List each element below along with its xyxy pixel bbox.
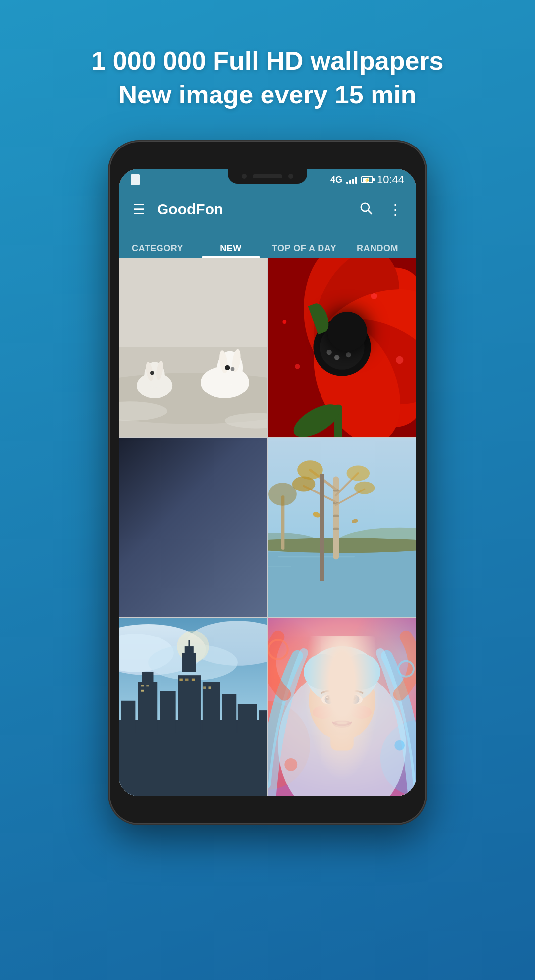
earpiece [253,174,282,178]
phone-notch [228,169,307,184]
tab-random-label: RANDOM [357,244,398,254]
svg-point-144 [350,695,359,704]
svg-point-141 [321,694,337,705]
svg-rect-119 [238,704,257,733]
svg-point-37 [371,293,377,299]
network-indicator: 4G [330,175,342,185]
svg-rect-113 [178,675,201,733]
sim-icon [131,174,140,185]
svg-point-136 [309,661,375,740]
svg-point-14 [225,365,230,370]
svg-point-32 [346,352,351,357]
svg-rect-117 [203,682,220,733]
tab-top-of-a-day-label: TOP OF A DAY [272,244,336,254]
svg-point-140 [342,654,380,689]
svg-rect-80 [278,556,355,557]
svg-rect-41 [119,438,267,617]
search-icon[interactable] [355,197,376,222]
svg-rect-50 [141,511,175,531]
svg-point-150 [333,720,351,727]
svg-point-53 [161,519,167,525]
svg-point-72 [256,472,258,474]
svg-rect-46 [139,534,177,597]
svg-point-151 [313,706,333,719]
tab-random[interactable]: RANDOM [341,228,414,258]
wallpaper-item-game[interactable] [119,438,267,617]
svg-rect-111 [142,672,153,685]
svg-rect-57 [245,542,254,584]
wallpaper-item-fantasy[interactable] [268,618,416,796]
svg-point-97 [268,483,297,505]
bar1 [346,182,348,184]
battery-icon: ⚡ [361,176,373,183]
svg-rect-55 [211,537,246,601]
svg-point-39 [396,356,403,364]
svg-point-147 [326,696,328,698]
wallpaper-item-landscape[interactable] [268,438,416,617]
front-camera [242,174,247,179]
svg-point-52 [148,519,155,525]
bar2 [349,180,351,184]
app-title: GoodFon [157,201,347,218]
svg-point-70 [141,456,143,458]
svg-point-67 [222,531,227,534]
bar4 [355,177,357,184]
svg-rect-65 [214,545,243,558]
svg-point-139 [304,654,342,689]
tab-category[interactable]: CATEGORY [121,228,194,258]
clock: 10:44 [377,173,404,186]
phone-mockup: 4G ⚡ 10:44 ☰ GoodFon [109,141,426,824]
svg-rect-109 [121,701,135,733]
svg-line-1 [368,210,371,213]
svg-point-45 [126,601,190,617]
svg-point-143 [325,695,334,704]
sensor [288,174,293,179]
svg-rect-60 [208,502,249,518]
svg-rect-126 [185,678,188,681]
svg-point-38 [295,364,300,369]
svg-rect-110 [138,682,158,733]
wallpaper-item-city[interactable] [119,618,267,796]
menu-icon[interactable]: ☰ [129,197,149,222]
svg-rect-112 [160,691,175,733]
tab-new-label: NEW [220,244,242,254]
svg-rect-120 [259,710,267,733]
svg-point-62 [218,521,228,531]
promo-text: 1 000 000 Full HD wallpapers New image e… [62,45,474,111]
more-options-icon[interactable]: ⋮ [384,197,406,222]
svg-point-138 [306,646,378,704]
svg-rect-128 [203,686,206,689]
svg-rect-56 [206,542,214,584]
svg-point-54 [199,602,257,616]
tab-top-of-a-day[interactable]: TOP OF A DAY [268,228,341,258]
svg-point-33 [334,355,339,360]
svg-point-94 [292,476,315,491]
wallpaper-grid [119,258,416,796]
svg-point-152 [351,706,372,719]
svg-rect-118 [222,694,236,733]
battery-bolt: ⚡ [364,177,370,183]
svg-rect-125 [179,678,182,681]
svg-rect-122 [141,685,144,686]
svg-marker-43 [119,514,148,565]
svg-rect-87 [333,527,339,530]
svg-point-31 [349,342,354,346]
svg-point-59 [205,498,251,521]
wallpaper-item-arctic[interactable] [119,258,267,437]
svg-point-93 [347,465,370,481]
svg-rect-115 [185,646,194,656]
svg-point-30 [343,335,348,340]
tabs-bar: CATEGORY NEW TOP OF A DAY RANDOM [119,228,416,258]
promo-line1: 1 000 000 Full HD wallpapers [92,47,444,75]
svg-point-156 [394,740,405,751]
phone-screen: 4G ⚡ 10:44 ☰ GoodFon [119,169,416,796]
svg-rect-127 [192,678,195,681]
svg-point-82 [268,538,416,553]
svg-point-155 [284,758,297,771]
svg-point-148 [352,696,354,698]
svg-rect-116 [188,640,190,647]
svg-rect-42 [119,438,267,617]
wallpaper-item-flower[interactable] [268,258,416,437]
svg-point-95 [354,481,374,494]
tab-new[interactable]: NEW [194,228,268,258]
